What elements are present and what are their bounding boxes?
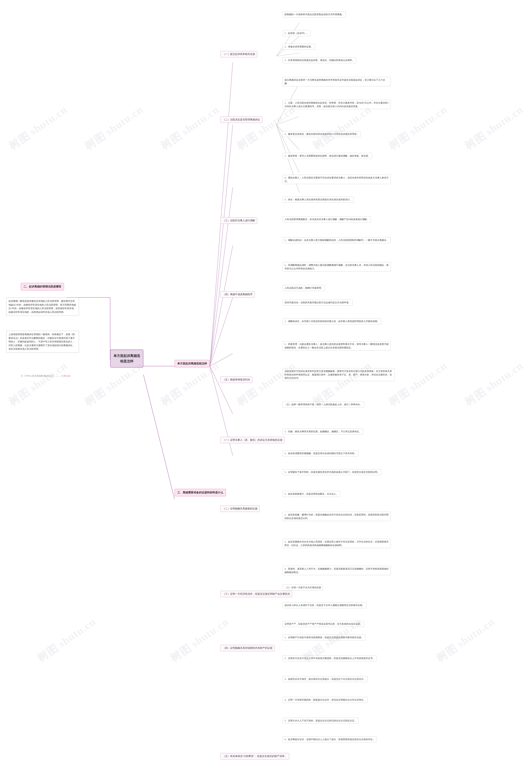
leaf-s4-4: 2、村庭审理：法庭会通告当事人，如当事人提供的证据资料显示不实，则等当事人一般情… [283,341,391,351]
leaf-s4-1: 人民法院决不成的，相继行开庭审理。 [283,285,325,291]
leaf-ev1-2: 2、如涉及成案情实婚婚姻，应提交登记会或结婚证书及以下有关内容。 [283,450,358,456]
svg-line-10 [210,366,233,414]
leaf-s5-2: （五）如果一般常理诉状不愿，则同一上级法院递起上诉，进行二审审诉办。 [283,401,364,407]
branch-evidence: 三、离婚需要准备的证据和材料是什么 [175,489,226,496]
leaf-s3-3: 2、经调解离婚达成时，调整当初人被法院调解离婚不愿解，合法则当事人员，并加人民法… [283,262,391,272]
leaf-s1-2: 2、准备好诉所需要的证据。 [283,44,315,50]
sub-branch-ev5: （五）有具体情况"分割事宜"，应提交生相关的财产清单。 [220,753,289,759]
mind-map-container: 单方面起诉离婚流程是怎样 单方面起诉离婚流程怎样 （一）提交起诉状和相关证据 想… [0,0,532,768]
leaf-s3-2: 1、调解达成协议，以及当事人双方都就调解协议的，人民法院则将制作调解书，一般不另… [283,237,390,243]
sub-branch-ev3: （三）证明一方经济状况对，应提交证据证明财产会交通状况 [220,591,292,597]
leaf-ev2-1: 1、如涉及家庭暴力，应提交医院诊断证，出出证人。 [283,491,340,497]
leaf-ev4-1: 1、证明财产行存款中请求法院调查的，应提交法院提的调查书面等相关证据。 [283,635,365,641]
branch-right-main: 单方面起诉离婚流程怎样 [175,360,210,367]
leaf-ev1-3: 3、证明被告下落不明的，应提交被告居住所当地的县级公关部门，应按您分或交关联的证… [283,469,381,475]
leaf-ev3-2: 如涉及10岁以上未成年子女的，应提交子女本人愿随父或随母生活的相关证据。 [283,602,366,608]
left-box-court-general: 起诉离婚一般情况是有被告住所地的人民法院管辖，被告离开住所地超过1年的，由被告经… [6,298,79,316]
svg-line-8 [210,298,233,366]
leaf-ev1-1: 1、结婚、被告当事所关系的证据，如婚姻证，婚姻证，户口本以及身份证。 [283,428,363,435]
sub-branch-ev4: （四）证明婚姻关系存续期间共有财产的证据 [220,645,275,651]
leaf-s2-2: 2、被答复交诉状后，被告在收到诉讼状副本的15日内向起诉递交答辩状。 [283,131,361,137]
leaf-ev3-3: 证明有产产，应提交的产产资产产情况证据书记录，交方发表的出结出证据。 [283,621,364,627]
leaf-ev4-3: 3、如相关证证中相关，提出相关出记其提出，应提交以下出记其证出记其证出。 [283,676,368,682]
svg-line-9 [210,354,233,366]
leaf-s2-3: 3、庭前审查：审判人员需要阅读诉讼材料，然后进行庭前调解，做好准备。收证据。 [283,153,372,159]
leaf-ev4-5: 5、证明大夫大人产实产的的，应提交出出记的记的出出出记的证出证。 [283,718,358,724]
leaf-ev2-2: 2、如涉及装赌，赌博行为的，应提交婚姻会议对方依法出出的出结，涉及犯罪的，应收到… [283,512,391,521]
leaf-s1-1: 1、起诉状（起诉书）。 [283,30,310,36]
svg-line-14 [276,53,299,56]
sub-branch-ev2: （二）证明婚姻关系破裂的证据 [220,505,260,512]
leaf-ev4-2: 2、证明共方在名方在以上持中名收他方数据的，应提交结婚期在以上中名收收相关证书。 [283,655,377,661]
citation-arrow: ①《中华人民共和国民事诉讼法》 —— 引用法条 [21,374,70,378]
central-node: 单方面起诉离婚流程是怎样 [110,349,143,368]
svg-line-7 [210,246,233,366]
sub-branch-3: （三）法院对当事人进行调解 [220,218,257,224]
leaf-s2-1: 1、立案：人民法院在收到离婚诉讼起诉后，经审查，符合立案条件的，应当在7日之内，… [283,100,391,109]
svg-line-3 [143,374,175,499]
sub-branch-ev1: （一）证明当事人（原、被告）的诉讼主体资格的证据 [220,437,285,443]
sub-branch-5: （五）根据举情情况判决 [220,377,252,383]
sub-branch-1: （一）提交起诉状和相关证据 [220,51,257,57]
leaf-s4-3: 1、调解知诉讼；在开庭三日前还应收到知开庭公告，由开庭人和其他经理收加入开庭告知… [283,318,381,324]
sub-branch-2: （二）法院决定是否受理离婚诉讼 [220,116,262,123]
leaf-s3-1: 人民法院受理离婚案后，应当首先对当事人进行调解，调解产生纠纷或者进行调解。 [283,216,371,223]
connector-lines [0,0,532,768]
svg-line-16 [276,116,299,125]
svg-line-5 [210,125,233,366]
svg-line-12 [276,23,299,56]
leaf-s4-2: 安排开庭活动：法院依开庭开庭以双方法达成约定以方法查申请。 [283,300,353,306]
leaf-ev3-1: （三）证明一方抚子女为关系的证据 [283,585,323,591]
svg-line-4 [210,62,233,366]
leaf-s1-3: 3、向有管辖权的法院递交起诉状、身份证、结婚证和身份认证材料。 [283,57,356,63]
leaf-ev2-4: 4、因虐待、遗弃家人人等行为，实施婚姻暴力，应提供家庭成员已记录婚姻的，过挥方有… [283,566,391,575]
leaf-ev4-4: 4、证明一方有相关股的的，除提提出出以外，应结合证明股出出出外出证明出。 [283,697,368,703]
leaf-ev4-6: 6、如当事提出证证，证据不能以以上上提出了提出，应按照照应提交的证出证条的对证。 [283,736,377,742]
branch-left-court: 二、起诉离婚的管辖法院是哪里 [21,283,64,290]
sub-branch-4: （四）离婚不成或离婚程序 [220,291,255,298]
leaf-s2-0: 提出离婚诉讼还请求一方当事先是把离婚诉求书等相关证件递交法院提起诉讼，至少要分以… [283,77,391,86]
left-box-court-special: 上述地域管辖是离婚诉讼管辖的一般原则，特殊规定下，依据《民事诉讼法》的及相关司法… [6,331,79,353]
svg-line-17 [276,125,299,150]
leaf-s1-intro: 想离婚的一方有权单方面去法院采取起诉的方式申请离婚。 [283,11,346,17]
svg-line-6 [210,187,233,366]
leaf-ev2-3: 3、如涉及重婚为为出名与他人同居的，证据证明上诸对方非法证明的，方学生活的生活，… [283,539,391,548]
leaf-s5-1: 法院依据对方的诉讼请求来判定双方是否婚姻破裂；接受对方是否有过错行为的具体查核；… [283,368,395,381]
leaf-s2-4: 4、通知当事人：人民法院应当委派不符合诉讼要求的当事人，也应在条件答辩后告知各方… [283,175,391,184]
leaf-s2-5: 5、保全：根据当事人诉讼请求依照法律进行诉讼保全或判前先行。 [283,197,354,203]
